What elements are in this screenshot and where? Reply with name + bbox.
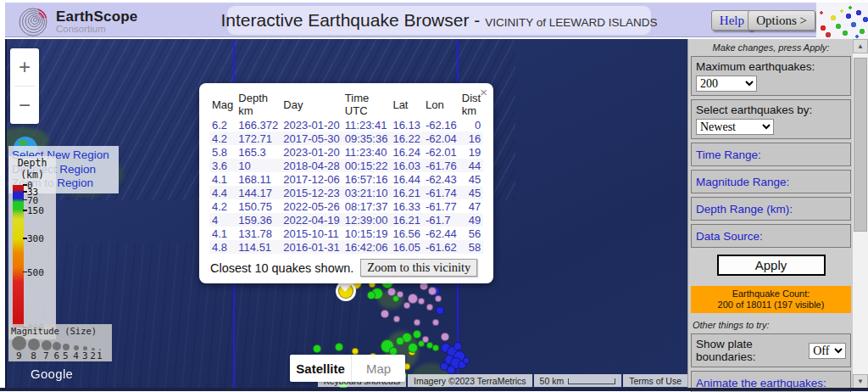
earthquake-dot-purple[interactable] — [426, 304, 433, 311]
quake-table-row[interactable]: 4159.362022-04-1912:39:0016.21-61.749 — [209, 213, 483, 227]
quake-cell: 16.13 — [390, 118, 423, 132]
header-bar: EarthScope Consortium Interactive Earthq… — [5, 3, 868, 37]
magnitude-circle — [12, 336, 26, 350]
quake-cell: 16.44 — [390, 172, 423, 186]
depth-tick-label: 150 — [27, 205, 44, 216]
plate-boundaries-label: Show plate boundaries: — [696, 338, 804, 363]
magnitude-number: 7 — [43, 350, 49, 361]
earthquake-dot-green[interactable] — [432, 344, 439, 351]
quake-table-row[interactable]: 5.8165.32023-01-2011:23:4016.24-62.0119 — [209, 145, 483, 159]
quake-table-row[interactable]: 6.2166.3722023-01-2011:23:4116.13-62.160 — [209, 118, 483, 132]
earthquake-dot-purple[interactable] — [422, 336, 429, 343]
page-title-region: VICINITY of LEEWARD ISLANDS — [485, 16, 657, 29]
other-things-title: Other things to try: — [693, 320, 851, 330]
depth-legend-title: Depth — [8, 158, 56, 168]
quake-cell: 4.2 — [209, 132, 236, 145]
apply-button[interactable]: Apply — [717, 255, 826, 276]
earthquake-dot-green[interactable] — [313, 344, 321, 353]
earthquake-dot-purple[interactable] — [435, 295, 442, 302]
earthquake-dot-green[interactable] — [367, 291, 376, 300]
zoom-out-button[interactable]: − — [10, 87, 39, 124]
earthquake-dot-purple[interactable] — [403, 302, 410, 309]
quake-table-row[interactable]: 4.4144.172015-12-2303:21:1016.21-61.7445 — [209, 186, 483, 199]
quake-table-row[interactable]: 4.1131.782015-10-1110:15:1916.56-62.4456 — [209, 227, 483, 240]
earthquake-dot-blue[interactable] — [453, 342, 462, 350]
magnitude-number: 3 — [82, 350, 88, 361]
depth-legend: Depth (km) 03370150300500800 — [8, 156, 56, 339]
earthquake-dot-green[interactable] — [413, 330, 421, 339]
data-source-link[interactable]: Data Source: — [696, 230, 763, 243]
earthquake-dot-purple[interactable] — [397, 291, 403, 298]
zoom-to-vicinity-button[interactable]: Zoom to this vicinity — [360, 259, 477, 277]
earthquake-dot-blue[interactable] — [463, 357, 470, 364]
quake-table-header: MagDepth kmDayTime UTCLatLonDist km — [209, 91, 483, 118]
quake-table-row[interactable]: 4.2150.752022-05-2608:17:3716.33-61.7747 — [209, 199, 483, 213]
quake-table-row[interactable]: 4.8114.512016-01-3116:42:0616.05-61.6258 — [209, 240, 483, 254]
plate-boundaries-select[interactable]: Off — [809, 343, 846, 359]
earthquake-dot-purple[interactable] — [381, 310, 389, 318]
quake-cell: -61.7 — [423, 213, 459, 227]
magnitude-number: 5 — [63, 350, 69, 361]
max-earthquakes-select[interactable]: 200 — [696, 76, 757, 92]
earthquake-dot-purple[interactable] — [441, 333, 449, 341]
quake-cell: 58 — [459, 240, 483, 254]
earthquake-dot-purple[interactable] — [428, 287, 437, 295]
depth-range-link[interactable]: Depth Range (km): — [696, 203, 793, 216]
quake-cell: 144.17 — [236, 186, 281, 199]
map-type-control: Satellite Map — [290, 355, 405, 382]
sidebar-scrollbar[interactable]: ▲ ▼ — [853, 39, 868, 389]
page-title: Interactive Earthquake Browser - VICINIT… — [227, 6, 651, 35]
terms-of-use-link[interactable]: Terms of Use — [623, 374, 687, 387]
quake-cell: 150.75 — [236, 199, 281, 213]
quake-table-row[interactable]: 4.2172.712017-05-3009:35:3616.22-62.0416 — [209, 132, 483, 145]
page-title-main: Interactive Earthquake Browser - — [220, 10, 480, 31]
map-canvas[interactable]: + − Select New Region Deselect Region Zo… — [5, 39, 687, 388]
earthquake-dot-blue[interactable] — [447, 366, 455, 374]
scroll-down-arrow-icon[interactable]: ▼ — [853, 374, 868, 389]
close-icon[interactable]: × — [480, 86, 487, 98]
earthquake-dot-purple[interactable] — [414, 319, 420, 326]
quake-cell: 16.03 — [390, 159, 423, 172]
magnitude-number: 6 — [54, 350, 60, 361]
scale-bar — [568, 378, 615, 384]
magnitude-range-link[interactable]: Magnitude Range: — [696, 176, 789, 188]
satellite-toggle[interactable]: Satellite — [290, 355, 352, 382]
scale-label: 50 km — [540, 376, 565, 386]
magnitude-range-box: Magnitude Range: — [691, 170, 851, 193]
quake-cell: -61.76 — [423, 159, 459, 172]
select-by-select[interactable]: Newest — [696, 119, 774, 135]
earthquake-dot-yellow[interactable] — [352, 348, 359, 355]
quake-cell: 12:39:00 — [342, 213, 391, 227]
quake-table-row[interactable]: 4.1168.112017-12-0616:57:1616.44-62.4345 — [209, 172, 483, 186]
quake-cell: 2023-01-20 — [281, 118, 342, 132]
time-range-link[interactable]: Time Range: — [696, 148, 761, 161]
quake-cell: 6.2 — [209, 118, 236, 132]
zoom-in-button[interactable]: + — [10, 48, 39, 86]
select-by-label: Select earthquakes by: — [696, 104, 846, 116]
quake-cell: 4.1 — [209, 172, 236, 186]
earthquake-dot-purple[interactable] — [418, 298, 425, 305]
column-header: Lon — [423, 91, 459, 118]
help-button[interactable]: Help — [711, 10, 753, 31]
quake-cell: -62.01 — [423, 145, 459, 159]
data-source-box: Data Source: — [691, 224, 851, 248]
quake-cell: -61.62 — [423, 240, 459, 254]
earthquake-dot-green[interactable] — [408, 343, 418, 353]
magnitude-number: 1 — [97, 350, 103, 361]
quake-cell: 16 — [459, 132, 483, 145]
map-toggle[interactable]: Map — [352, 355, 405, 382]
earthquake-browser-app: EarthScope Consortium Interactive Earthq… — [0, 0, 868, 392]
earthquake-dot-green[interactable] — [335, 343, 343, 351]
scrollbar-thumb[interactable] — [854, 58, 867, 232]
earthquake-dot-green[interactable] — [396, 337, 404, 345]
imagery-credit: Imagery ©2023 TerraMetrics — [408, 374, 531, 387]
quake-table-row[interactable]: 3.6102018-04-2800:15:2216.03-61.7644 — [209, 159, 483, 172]
earthquake-dot-purple[interactable] — [432, 319, 439, 326]
earthquake-dot-purple[interactable] — [387, 288, 396, 296]
options-button[interactable]: Options > — [748, 10, 815, 31]
options-preview-thumbnail[interactable] — [816, 3, 868, 40]
quake-cell: 2015-10-11 — [281, 227, 342, 240]
earthquake-dot-blue[interactable] — [436, 306, 444, 315]
scroll-up-arrow-icon[interactable]: ▲ — [853, 39, 868, 53]
earthquake-dot-purple[interactable] — [393, 316, 400, 322]
